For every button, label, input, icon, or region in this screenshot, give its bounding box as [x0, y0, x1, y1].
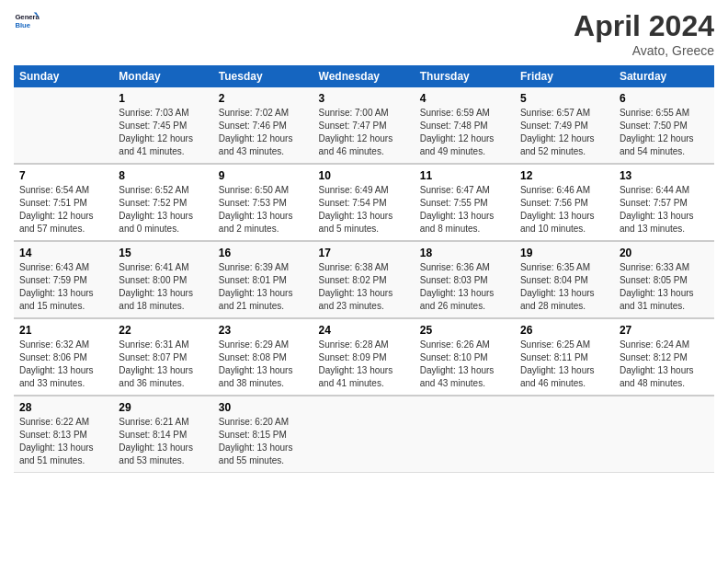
calendar-cell: 22Sunrise: 6:31 AM Sunset: 8:07 PM Dayli…	[113, 318, 213, 396]
day-info: Sunrise: 7:03 AM Sunset: 7:45 PM Dayligh…	[119, 107, 208, 158]
col-thursday: Thursday	[415, 65, 515, 87]
day-info: Sunrise: 6:55 AM Sunset: 7:50 PM Dayligh…	[620, 107, 709, 158]
day-number: 13	[620, 169, 709, 182]
calendar-cell	[14, 87, 113, 164]
table-row: 28Sunrise: 6:22 AM Sunset: 8:13 PM Dayli…	[14, 396, 714, 473]
day-info: Sunrise: 6:41 AM Sunset: 8:00 PM Dayligh…	[119, 261, 208, 313]
day-number: 8	[119, 169, 208, 182]
calendar-cell: 18Sunrise: 6:36 AM Sunset: 8:03 PM Dayli…	[415, 241, 515, 318]
day-number: 15	[119, 247, 208, 259]
day-info: Sunrise: 6:32 AM Sunset: 8:06 PM Dayligh…	[19, 339, 108, 390]
day-number: 19	[520, 247, 609, 259]
day-info: Sunrise: 6:49 AM Sunset: 7:54 PM Dayligh…	[319, 184, 409, 236]
col-sunday: Sunday	[14, 65, 113, 87]
day-number: 5	[520, 92, 609, 105]
calendar-cell	[614, 396, 714, 473]
calendar-cell: 30Sunrise: 6:20 AM Sunset: 8:15 PM Dayli…	[213, 396, 313, 473]
calendar-cell: 7Sunrise: 6:54 AM Sunset: 7:51 PM Daylig…	[14, 164, 113, 241]
day-number: 7	[19, 169, 108, 182]
day-info: Sunrise: 6:57 AM Sunset: 7:49 PM Dayligh…	[520, 107, 609, 158]
col-wednesday: Wednesday	[313, 65, 415, 87]
day-info: Sunrise: 6:52 AM Sunset: 7:52 PM Dayligh…	[119, 184, 208, 236]
day-number: 28	[19, 401, 108, 414]
day-info: Sunrise: 6:47 AM Sunset: 7:55 PM Dayligh…	[420, 184, 509, 236]
calendar-cell: 26Sunrise: 6:25 AM Sunset: 8:11 PM Dayli…	[515, 318, 614, 396]
calendar-cell	[415, 396, 515, 473]
calendar-cell: 1Sunrise: 7:03 AM Sunset: 7:45 PM Daylig…	[113, 87, 213, 164]
day-info: Sunrise: 6:29 AM Sunset: 8:08 PM Dayligh…	[219, 339, 308, 390]
calendar-cell: 3Sunrise: 7:00 AM Sunset: 7:47 PM Daylig…	[313, 87, 415, 164]
month-title: April 2024	[574, 9, 714, 43]
calendar-cell: 27Sunrise: 6:24 AM Sunset: 8:12 PM Dayli…	[614, 318, 714, 396]
day-number: 22	[119, 324, 208, 337]
calendar-cell	[515, 396, 614, 473]
header-row: Sunday Monday Tuesday Wednesday Thursday…	[14, 65, 714, 87]
day-info: Sunrise: 6:35 AM Sunset: 8:04 PM Dayligh…	[520, 261, 609, 313]
day-number: 23	[219, 324, 308, 337]
calendar-cell: 20Sunrise: 6:33 AM Sunset: 8:05 PM Dayli…	[614, 241, 714, 318]
day-number: 29	[119, 401, 208, 414]
day-info: Sunrise: 6:59 AM Sunset: 7:48 PM Dayligh…	[420, 107, 509, 158]
day-info: Sunrise: 6:28 AM Sunset: 8:09 PM Dayligh…	[319, 339, 409, 390]
day-info: Sunrise: 6:22 AM Sunset: 8:13 PM Dayligh…	[19, 416, 108, 467]
day-info: Sunrise: 6:21 AM Sunset: 8:14 PM Dayligh…	[119, 416, 208, 467]
calendar-cell: 25Sunrise: 6:26 AM Sunset: 8:10 PM Dayli…	[415, 318, 515, 396]
day-number: 6	[620, 92, 709, 105]
day-number: 11	[420, 169, 509, 182]
calendar-cell: 15Sunrise: 6:41 AM Sunset: 8:00 PM Dayli…	[113, 241, 213, 318]
day-info: Sunrise: 6:26 AM Sunset: 8:10 PM Dayligh…	[420, 339, 509, 390]
table-row: 14Sunrise: 6:43 AM Sunset: 7:59 PM Dayli…	[14, 241, 714, 318]
day-info: Sunrise: 6:44 AM Sunset: 7:57 PM Dayligh…	[620, 184, 709, 236]
location: Avato, Greece	[574, 43, 714, 58]
page-container: GeneralBlue April 2024 Avato, Greece Sun…	[0, 0, 728, 482]
table-row: 7Sunrise: 6:54 AM Sunset: 7:51 PM Daylig…	[14, 164, 714, 241]
col-monday: Monday	[113, 65, 213, 87]
logo-icon: GeneralBlue	[14, 9, 40, 35]
title-section: April 2024 Avato, Greece	[574, 9, 714, 58]
calendar-cell: 6Sunrise: 6:55 AM Sunset: 7:50 PM Daylig…	[614, 87, 714, 164]
day-number: 16	[219, 247, 308, 259]
day-number: 26	[520, 324, 609, 337]
day-number: 21	[19, 324, 108, 337]
day-number: 30	[219, 401, 308, 414]
calendar-cell: 8Sunrise: 6:52 AM Sunset: 7:52 PM Daylig…	[113, 164, 213, 241]
day-number: 12	[520, 169, 609, 182]
table-row: 21Sunrise: 6:32 AM Sunset: 8:06 PM Dayli…	[14, 318, 714, 396]
calendar-cell: 4Sunrise: 6:59 AM Sunset: 7:48 PM Daylig…	[415, 87, 515, 164]
day-number: 25	[420, 324, 509, 337]
day-info: Sunrise: 6:24 AM Sunset: 8:12 PM Dayligh…	[620, 339, 709, 390]
day-info: Sunrise: 7:02 AM Sunset: 7:46 PM Dayligh…	[219, 107, 308, 158]
day-number: 24	[319, 324, 409, 337]
day-number: 4	[420, 92, 509, 105]
col-saturday: Saturday	[614, 65, 714, 87]
day-info: Sunrise: 7:00 AM Sunset: 7:47 PM Dayligh…	[319, 107, 409, 158]
day-info: Sunrise: 6:38 AM Sunset: 8:02 PM Dayligh…	[319, 261, 409, 313]
day-number: 2	[219, 92, 308, 105]
day-number: 9	[219, 169, 308, 182]
calendar-cell: 17Sunrise: 6:38 AM Sunset: 8:02 PM Dayli…	[313, 241, 415, 318]
calendar-table: Sunday Monday Tuesday Wednesday Thursday…	[14, 65, 714, 473]
table-row: 1Sunrise: 7:03 AM Sunset: 7:45 PM Daylig…	[14, 87, 714, 164]
day-number: 1	[119, 92, 208, 105]
day-info: Sunrise: 6:46 AM Sunset: 7:56 PM Dayligh…	[520, 184, 609, 236]
day-info: Sunrise: 6:43 AM Sunset: 7:59 PM Dayligh…	[19, 261, 108, 313]
calendar-cell: 5Sunrise: 6:57 AM Sunset: 7:49 PM Daylig…	[515, 87, 614, 164]
day-info: Sunrise: 6:20 AM Sunset: 8:15 PM Dayligh…	[219, 416, 308, 467]
day-number: 20	[620, 247, 709, 259]
calendar-cell: 16Sunrise: 6:39 AM Sunset: 8:01 PM Dayli…	[213, 241, 313, 318]
day-number: 3	[319, 92, 409, 105]
calendar-cell: 24Sunrise: 6:28 AM Sunset: 8:09 PM Dayli…	[313, 318, 415, 396]
day-info: Sunrise: 6:39 AM Sunset: 8:01 PM Dayligh…	[219, 261, 308, 313]
calendar-cell: 23Sunrise: 6:29 AM Sunset: 8:08 PM Dayli…	[213, 318, 313, 396]
calendar-cell: 14Sunrise: 6:43 AM Sunset: 7:59 PM Dayli…	[14, 241, 113, 318]
day-number: 17	[319, 247, 409, 259]
calendar-cell: 28Sunrise: 6:22 AM Sunset: 8:13 PM Dayli…	[14, 396, 113, 473]
day-info: Sunrise: 6:50 AM Sunset: 7:53 PM Dayligh…	[219, 184, 308, 236]
day-number: 18	[420, 247, 509, 259]
calendar-cell: 10Sunrise: 6:49 AM Sunset: 7:54 PM Dayli…	[313, 164, 415, 241]
day-info: Sunrise: 6:33 AM Sunset: 8:05 PM Dayligh…	[620, 261, 709, 313]
day-info: Sunrise: 6:31 AM Sunset: 8:07 PM Dayligh…	[119, 339, 208, 390]
calendar-cell: 9Sunrise: 6:50 AM Sunset: 7:53 PM Daylig…	[213, 164, 313, 241]
col-tuesday: Tuesday	[213, 65, 313, 87]
calendar-cell: 29Sunrise: 6:21 AM Sunset: 8:14 PM Dayli…	[113, 396, 213, 473]
